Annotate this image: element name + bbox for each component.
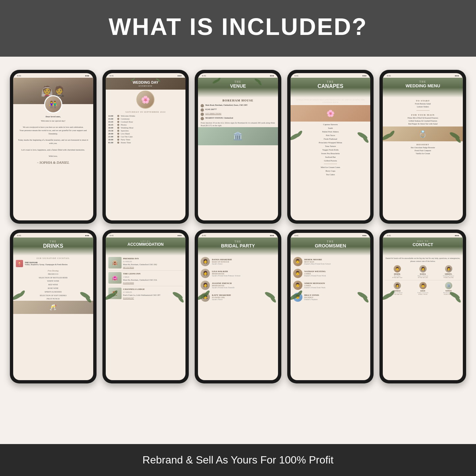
bridal-member-3: 👩 JOANNE FRENCH BRIDESMAID Sarah's Frien… <box>198 279 278 291</box>
phone-10-screen: 9:41 ●●● WHO TO CONTACT Dan <box>383 233 463 380</box>
phone-10-contacts-row2: 👩 JANICE Mother of Bride 07734 340 535 👨… <box>383 281 463 296</box>
phone-8-header: THE BRIDAL PARTY <box>198 238 278 256</box>
phone-10-header: WHO TO CONTACT <box>383 238 463 256</box>
schedule-item-6: 19:30 Speeches <box>108 129 183 132</box>
billy-avatar: 👦 <box>293 293 302 302</box>
lisa-avatar: 👩 <box>201 269 210 278</box>
phone-3-venue-image: 🏛️ <box>198 127 278 145</box>
phone-1-welcome: 9:41 ●●● 👰🤵 👫 Dear loved ones, Welcome t… <box>10 70 97 224</box>
contact-janice: 👩 JANICE Mother of Bride 07734 340 535 <box>385 282 409 295</box>
contact-dave: 👨 DAVE Father of Groom 07925 778 65 <box>410 282 435 295</box>
phone-3-screen: 9:41 ●●● THE VENUE BOREHAM <box>198 73 278 220</box>
phone-1-screen: 9:41 ●●● 👰🤵 👫 Dear loved ones, Welcome t… <box>13 73 93 220</box>
phone-4-canapes: 9:41 ●●● THE CANAPES A SELE <box>287 70 374 224</box>
phone-8-bridal: 9:41 ●●● THE BRIDAL PARTY <box>195 230 281 383</box>
phone-5-image: 💍 <box>383 126 463 141</box>
phone-8-screen: 9:41 ●●● THE BRIDAL PARTY <box>198 233 278 380</box>
phone-10-intro: Daniel & Sarah will be unavailable on th… <box>383 256 463 264</box>
groom-member-1: 👨 DEREK MOORE BEST MAN Daniel's Best Fri… <box>291 256 371 267</box>
cocktail-image: 🍹 <box>16 260 23 267</box>
schedule-item-7: 20:00 Live Band <box>108 132 183 135</box>
bridal-member-1: 👩 DANIA SHAKERIE MAID OF HONOUR Sarah's … <box>198 256 278 267</box>
phone-row-1: 9:41 ●●● 👰🤵 👫 Dear loved ones, Welcome t… <box>10 70 466 224</box>
phone-2-header: WEDDING DAY OVERVIEW <box>106 78 186 90</box>
bridal-member-2: 👩 LISA WALKER BRIDESMAID Sarah's Friend … <box>198 267 278 279</box>
contact-derek-avatar: 👨 <box>394 265 401 272</box>
bridal-member-4: 👧 KATY SHAKERIE FLOWER GIRL Sarah's Niec… <box>198 291 278 303</box>
svg-point-35 <box>454 295 462 303</box>
phone-9-groomsmen: 9:41 ●●● THE GROOMSMEN <box>287 230 374 383</box>
phone-9-screen: 9:41 ●●● THE GROOMSMEN <box>291 233 371 380</box>
phone-6-signature: OUR SIGNATURE COCKTAIL 🍹 THE DANSAR Vodk… <box>13 256 93 269</box>
phone-1-couple-circle: 👫 <box>44 95 62 113</box>
phone-2-date: SATURDAY 09 SEPTEMBER 2024 <box>106 111 186 113</box>
phone-10-topbar: 9:41 ●●● <box>383 233 463 238</box>
katy-avatar: 👧 <box>201 293 210 302</box>
phone-row-2: 9:41 ●●● THE DRINKS <box>10 230 466 383</box>
contact-dania-avatar: 👩 <box>419 265 427 272</box>
simon-avatar: 👨 <box>293 281 302 290</box>
free-flowing-label: Free flowing <box>13 269 93 272</box>
svg-point-1 <box>132 78 135 80</box>
phone-5-header: THE WEDDING MENU <box>383 78 463 98</box>
phone-3-topbar: 9:41 ●●● <box>198 73 278 78</box>
phone-2-bouquet: 🌸 <box>136 91 154 109</box>
page-title: WHAT IS INCLUDED? <box>7 13 469 40</box>
lions-inn-image: 🏩 <box>108 272 122 284</box>
phone-5-main: FOR YOUR MAIN Prime Rib of Beef & Roaste… <box>383 112 463 126</box>
schedule-item-10: 01:00 Home Time <box>108 141 183 144</box>
phone-1-welcome-text: Dear loved ones, Welcome to our special … <box>13 115 93 158</box>
derek-avatar: 👨 <box>293 257 302 266</box>
nathan-avatar: 👨 <box>293 269 302 278</box>
phone-2-schedule: 14:00 Welcome Drinks 15:00 Ceremony 15:4… <box>106 114 186 144</box>
contact-dave-avatar: 👨 <box>419 282 427 289</box>
phone-7-header: LOCAL ACCOMMODATION <box>106 238 186 256</box>
contact-janice-avatar: 👩 <box>394 282 401 289</box>
schedule-item-3: 15:45 Cocktail Hour <box>108 121 183 123</box>
phone-3-venue: 9:41 ●●● THE VENUE BOREHAM <box>195 70 281 224</box>
channels-lodge-image: 🏠 <box>108 288 122 299</box>
phone-7-screen: 9:41 ●●● LOCAL ACCOMMODATION <box>106 233 186 380</box>
phone-6-header: THE DRINKS <box>13 238 93 256</box>
phone-8-leaves <box>198 233 278 380</box>
phone-10-leaves <box>383 233 463 380</box>
location-icon <box>201 104 204 107</box>
groom-member-4: 👦 BILLY ONNIS PAGEBOY Daniel's Nephew <box>291 291 371 303</box>
main-content: 9:41 ●●● 👰🤵 👫 Dear loved ones, Welcome t… <box>0 57 476 444</box>
phone-5-dessert: DESSERT Hot Chocolate Fudge Brownie Fres… <box>383 141 463 156</box>
phone-2-overview: 9:41 ●●● WEDDING DAY OVERVIEW <box>102 70 189 224</box>
phone-8-topbar: 9:41 ●●● <box>198 233 278 238</box>
phone-10-contacts-row1: 👨 DEREK Best Man 07926 887 654 👩 DANIA M… <box>383 264 463 279</box>
phone-7-leaves <box>106 233 186 380</box>
phone-6-screen: 9:41 ●●● THE DRINKS <box>13 233 93 380</box>
train-icon <box>201 117 204 120</box>
phone-3-venue-info: Main Road, Boreham, Chelmsford, Essex, C… <box>198 103 278 127</box>
phone-4-topbar: 9:41 ●●● <box>291 73 371 78</box>
footer-text: Rebrand & Sell As Yours For 100% Profit <box>7 454 469 466</box>
phone-5-starter: TO START Fresh Burrata Salad Lobster Sli… <box>383 98 463 109</box>
phone-4-subtitle: A SELECTION OF MIXED MINI APPETIZERS WIL… <box>291 98 371 105</box>
contact-sheryl: 👩 SHERYL Wedding Planner 07494 534 294 <box>436 265 461 278</box>
venue-directions: From Junction 19 on the A12, follow sign… <box>201 122 275 127</box>
groom-member-2: 👨 NATHAN WESTING USHER Daniel's Friend F… <box>291 267 371 279</box>
phone-9-header: THE GROOMSMEN <box>291 238 371 256</box>
dania-avatar: 👩 <box>201 257 210 266</box>
phone-4-header: THE CANAPES <box>291 78 371 98</box>
phone-4-screen: 9:41 ●●● THE CANAPES A SELE <box>291 73 371 220</box>
contact-venue-avatar: 🏛️ <box>445 282 452 289</box>
phone-5-screen: 9:41 ●●● THE WEDDING MENU <box>383 73 463 220</box>
phone-3-header: THE VENUE <box>198 78 278 98</box>
phone-1-names: ~ SOPHIA & DANIEL <box>13 160 93 164</box>
phone-6-list: PROSECCO SELECTION OF BOTTLED BEER WHITE… <box>13 272 93 301</box>
phone-5-menu: 9:41 ●●● THE WEDDING MENU <box>379 70 466 224</box>
contact-derek: 👨 DEREK Best Man 07926 887 654 <box>385 265 409 278</box>
phone-1-topbar: 9:41 ●●● <box>13 73 93 78</box>
schedule-item-9: 10:00 Party Time <box>108 138 183 141</box>
phone-6-drinks: 9:41 ●●● THE DRINKS <box>10 230 97 383</box>
phone-4-list: Caprese Skewers Sushi Pulled Pork Slider… <box>291 122 371 178</box>
joanne-avatar: 👩 <box>201 281 210 290</box>
groom-member-3: 👨 SIMON MONSOON USHER Daniel's Friend fr… <box>291 279 371 291</box>
phone-7-place-2: 🏩 THE LIONS INN 1 MILE Main Rd, Boreham,… <box>106 271 186 286</box>
contact-venue: 🏛️ VENUE Boreham House 01245 200777 <box>436 282 461 295</box>
phone-9-leaves <box>291 233 371 380</box>
